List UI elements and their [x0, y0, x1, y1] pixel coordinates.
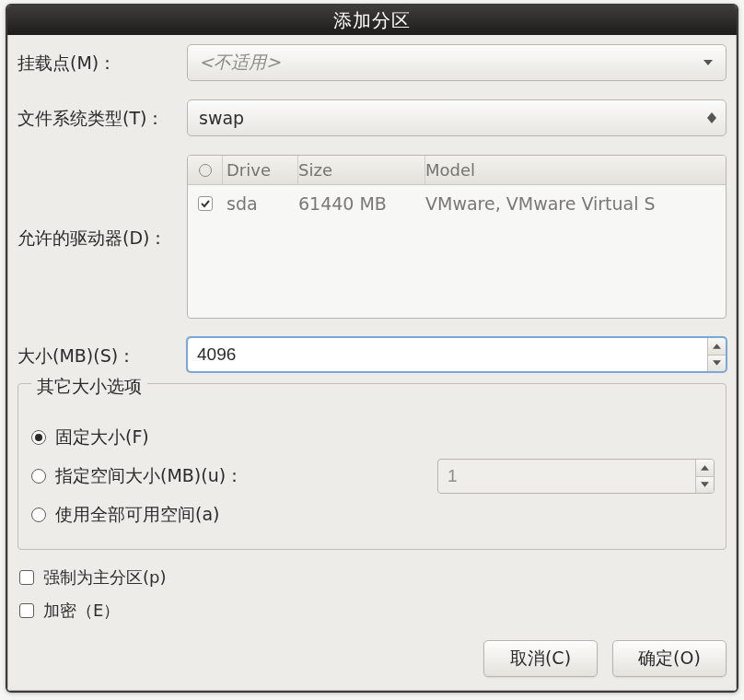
fillup-entry	[437, 459, 715, 494]
force-primary-label: 强制为主分区(p)	[43, 566, 166, 589]
size-spinner[interactable]	[707, 338, 726, 371]
fstype-label: 文件系统类型(T)：	[17, 99, 187, 131]
radio-fillup[interactable]	[31, 469, 46, 484]
force-primary-checkbox[interactable]	[19, 570, 34, 585]
radio-fixed-label: 固定大小(F)	[55, 426, 149, 449]
mountpoint-label: 挂载点(M)：	[17, 44, 187, 76]
cancel-button[interactable]: 取消(C)	[483, 640, 598, 677]
header-drive[interactable]: Drive	[223, 156, 298, 184]
spinner-down-icon[interactable]	[708, 356, 726, 372]
mountpoint-placeholder: <不适用>	[199, 51, 694, 75]
size-options-group: 其它大小选项 固定大小(F) 指定空间大小(MB)(u)： 使用全部	[17, 383, 727, 550]
ok-button[interactable]: 确定(O)	[612, 640, 727, 677]
radio-fixed[interactable]	[31, 430, 46, 445]
radio-useall-label: 使用全部可用空间(a)	[55, 503, 219, 527]
window-title: 添加分区	[7, 6, 737, 35]
fstype-value: swap	[199, 108, 702, 128]
radio-useall[interactable]	[31, 508, 46, 522]
fillup-spinner	[695, 460, 714, 493]
encrypt-checkbox[interactable]	[19, 603, 34, 618]
size-input[interactable]	[188, 338, 707, 371]
row-check-icon[interactable]	[198, 196, 213, 211]
spinner-up-icon[interactable]	[708, 338, 726, 356]
row-drive: sda	[223, 193, 298, 214]
dialog-body: 挂载点(M)： <不适用> 文件系统类型(T)： swap	[7, 35, 737, 691]
radio-fillup-label: 指定空间大小(MB)(u)：	[55, 464, 428, 488]
header-check-icon[interactable]	[188, 156, 223, 184]
fstype-combo[interactable]: swap	[187, 99, 727, 136]
table-row[interactable]: sda 61440 MB VMware, VMware Virtual S	[188, 185, 726, 222]
header-size[interactable]: Size	[298, 156, 425, 184]
size-options-legend: 其它大小选项	[31, 375, 147, 399]
row-model: VMware, VMware Virtual S	[425, 193, 726, 214]
drives-header: Drive Size Model	[188, 156, 726, 185]
spinner-down-icon	[696, 477, 714, 494]
header-model[interactable]: Model	[425, 156, 726, 184]
mountpoint-combo[interactable]: <不适用>	[187, 44, 727, 81]
encrypt-label: 加密（E）	[43, 600, 120, 622]
size-label: 大小(MB)(S)：	[17, 337, 187, 368]
size-entry[interactable]	[187, 337, 727, 372]
spin-icon[interactable]	[702, 112, 722, 123]
row-size: 61440 MB	[298, 193, 425, 214]
drives-label: 允许的驱动器(D)：	[17, 155, 187, 251]
fillup-input	[438, 460, 695, 493]
spinner-up-icon	[696, 460, 714, 477]
chevron-down-icon[interactable]	[694, 45, 722, 80]
drives-listbox[interactable]: Drive Size Model sda 61440 MB VMware, VM…	[187, 155, 727, 319]
